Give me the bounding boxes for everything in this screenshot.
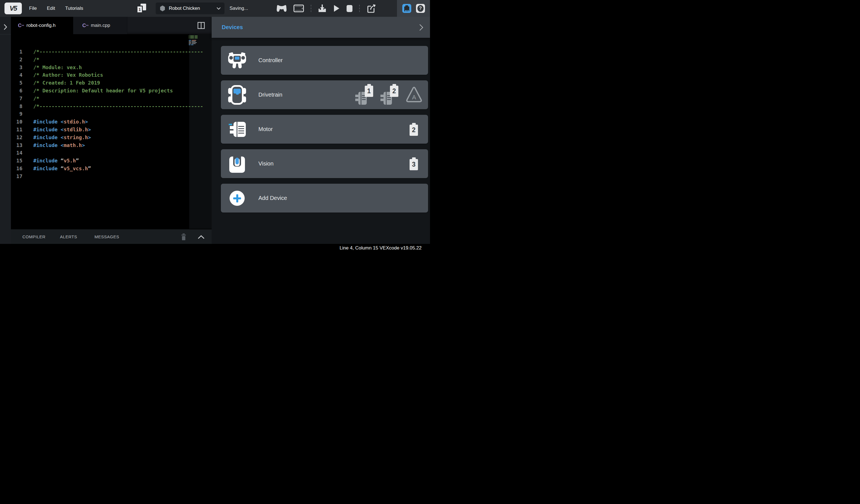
line-number: 17: [11, 172, 23, 180]
left-rail: [0, 17, 11, 244]
vexcode-app: V5 File Edit Tutorials 1 Robot Chicken S…: [0, 0, 430, 252]
device-card-label: Vision: [258, 160, 273, 167]
device-card-controller[interactable]: Controller: [221, 46, 428, 75]
device-card-label: Motor: [258, 126, 273, 132]
console-bar: COMPILER ALERTS MESSAGES: [11, 229, 212, 244]
code-line: 12#include <string.h>: [11, 133, 212, 141]
editor-tab-bar: C++ robot-config.h C++ main.cpp: [11, 17, 212, 34]
menu-file[interactable]: File: [29, 5, 37, 11]
toolbar-right-section: ?: [397, 0, 430, 17]
minimap[interactable]: [189, 35, 202, 46]
motor-port-icons: 2: [410, 115, 418, 144]
trash-icon[interactable]: [181, 233, 186, 240]
device-card-list: Controller: [212, 38, 430, 218]
chevron-down-icon: [217, 7, 220, 10]
code-line: 6/* Description: Default header for V5 p…: [11, 87, 212, 95]
code-line: 7/*: [11, 95, 212, 102]
port-badge: 1: [365, 84, 373, 97]
device-card-vision[interactable]: Vision 3: [221, 149, 428, 178]
code-line: 8/*-------------------------------------…: [11, 102, 212, 110]
expand-sidebar-chevron-icon[interactable]: [4, 24, 7, 30]
device-card-label: Add Device: [258, 195, 287, 201]
vex-v5-logo[interactable]: V5: [4, 2, 22, 14]
code-line: 9: [11, 110, 212, 118]
top-toolbar: V5 File Edit Tutorials 1 Robot Chicken S…: [0, 0, 430, 17]
code-line: 15#include “v5.h”: [11, 157, 212, 164]
toolbar-icon-group: [276, 0, 376, 17]
line-number: 8: [11, 102, 23, 110]
code-line: 2/*: [11, 56, 212, 63]
console-tab-messages[interactable]: MESSAGES: [94, 234, 119, 239]
code-line: 11#include <stdlib.h>: [11, 126, 212, 133]
expand-console-chevron-icon[interactable]: [198, 235, 204, 239]
devices-header: Devices: [212, 17, 430, 38]
controller-toolbar-icon[interactable]: [276, 5, 287, 12]
drivetrain-icon: [228, 85, 247, 105]
code-line: 1/*-------------------------------------…: [11, 48, 212, 56]
svg-text:A: A: [412, 94, 416, 101]
drivetrain-port-icons: 1 2: [355, 80, 423, 109]
toolbar-divider: [311, 5, 311, 12]
project-name: Robot Chicken: [169, 5, 200, 11]
console-tab-alerts[interactable]: ALERTS: [60, 234, 77, 239]
line-number: 13: [11, 141, 23, 149]
menu-bar: File Edit Tutorials: [29, 0, 83, 17]
cursor-position-and-version: Line 4, Column 15 VEXcode v19.05.22: [340, 245, 421, 251]
window-count-icon[interactable]: 1: [137, 4, 146, 13]
device-card-label: Drivetrain: [258, 91, 283, 98]
motor-port-1-icon: 1: [355, 84, 373, 106]
rail-divider: [0, 34, 11, 34]
vision-port-icons: 3: [410, 149, 418, 178]
line-number: 2: [11, 56, 23, 63]
cpp-file-icon: C++: [18, 23, 24, 29]
device-info-button[interactable]: [402, 4, 411, 13]
help-button[interactable]: ?: [416, 4, 425, 13]
code-line: 4/* Author: Vex Robotics: [11, 71, 212, 79]
device-card-label: Controller: [258, 57, 283, 63]
line-number: 9: [11, 110, 23, 118]
menu-tutorials[interactable]: Tutorials: [65, 5, 83, 11]
code-line: 16#include “v5_vcs.h”: [11, 164, 212, 172]
add-device-button[interactable]: Add Device: [221, 184, 428, 213]
question-icon: ?: [417, 5, 424, 12]
download-button[interactable]: [318, 4, 326, 13]
line-number: 5: [11, 79, 23, 87]
vision-sensor-icon: [228, 155, 247, 173]
code-line: 5/* Created: 1 Feb 2019: [11, 79, 212, 87]
motor-port-2-icon: 2: [380, 84, 398, 106]
play-button[interactable]: [333, 4, 340, 12]
console-tab-compiler[interactable]: COMPILER: [23, 234, 45, 239]
stop-button[interactable]: [347, 5, 353, 12]
device-card-drivetrain[interactable]: Drivetrain 1: [221, 80, 428, 109]
line-number: 12: [11, 133, 23, 141]
share-button[interactable]: [367, 4, 376, 13]
tab-robot-config[interactable]: C++ robot-config.h: [11, 17, 73, 34]
menu-edit[interactable]: Edit: [47, 5, 55, 11]
devices-panel: Devices: [212, 17, 430, 244]
line-number: 15: [11, 157, 23, 164]
tab-main-cpp[interactable]: C++ main.cpp: [73, 17, 127, 34]
split-editor-button[interactable]: [197, 22, 205, 29]
line-number: 3: [11, 63, 23, 71]
line-number: 4: [11, 71, 23, 79]
plus-icon: [228, 191, 247, 206]
brain-screen-icon[interactable]: [293, 4, 304, 12]
code-line: 13#include <math.h>: [11, 141, 212, 149]
project-select[interactable]: Robot Chicken: [156, 2, 225, 14]
device-card-motor[interactable]: Motor 2: [221, 115, 428, 144]
code-line: 17: [11, 172, 212, 180]
line-number: 10: [11, 118, 23, 126]
status-bar: Line 4, Column 15 VEXcode v19.05.22: [0, 244, 430, 252]
code-lines: 1/*-------------------------------------…: [11, 48, 212, 180]
devices-panel-title: Devices: [222, 24, 243, 30]
line-number: 11: [11, 126, 23, 133]
line-number: 7: [11, 95, 23, 102]
line-number: 1: [11, 48, 23, 56]
motor-icon: [228, 121, 247, 138]
collapse-panel-chevron-icon[interactable]: [419, 24, 423, 31]
saving-status: Saving...: [230, 0, 248, 17]
port-badge: 2: [390, 84, 398, 97]
code-editor[interactable]: 1/*-------------------------------------…: [11, 34, 212, 229]
window-count-badge: 1: [137, 5, 143, 13]
toolbar-divider: [359, 5, 360, 12]
